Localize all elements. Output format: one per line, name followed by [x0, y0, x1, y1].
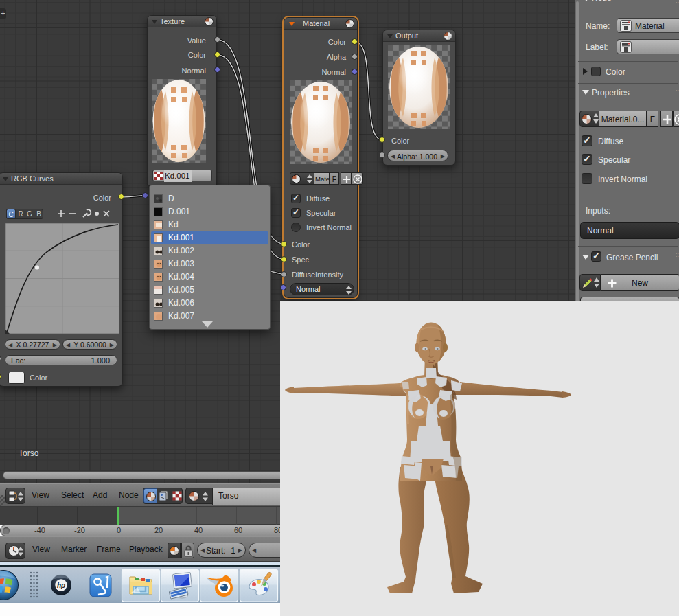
- svg-text:hp: hp: [57, 582, 65, 589]
